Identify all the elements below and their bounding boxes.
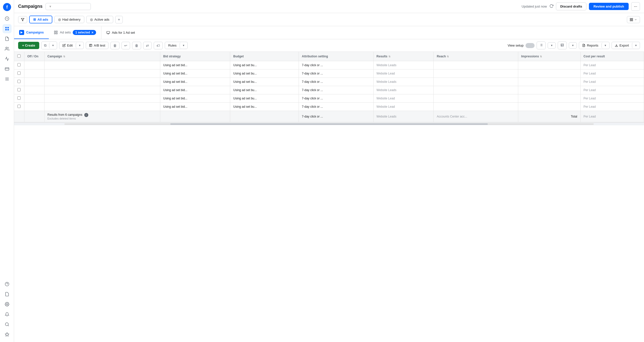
row-checkbox-4[interactable] [17,96,21,100]
row-checkbox-cell[interactable] [14,61,24,69]
tab-active-ads-label: Active ads [94,18,109,21]
sidebar-item-menu[interactable] [3,74,12,84]
sidebar-item-debug[interactable] [3,330,12,339]
view-toggle[interactable] [627,16,640,23]
th-results[interactable]: Results ⇅ [373,52,434,61]
footer-impressions: Total [518,111,580,122]
row-cost-5: Per Lead [580,103,644,111]
footer-attribution: 7-day click or ... [299,111,373,122]
duplicate-button[interactable]: ⧉ [42,42,49,49]
th-impressions[interactable]: Impressions ⇅ [518,52,580,61]
row-off-on-3[interactable] [24,86,44,94]
reports-button[interactable]: Reports [579,42,601,49]
discard-drafts-button[interactable]: Discard drafts [556,3,586,10]
select-all-header[interactable] [14,52,24,61]
view-setup-toggle[interactable] [526,43,535,48]
export-button[interactable]: Export [612,42,632,49]
table-layout-button[interactable] [558,42,567,49]
row-checkbox-2[interactable] [17,80,21,83]
table-layout-caret[interactable]: ▼ [569,42,577,49]
svg-point-7 [6,47,7,49]
columns-view-button[interactable] [537,42,546,49]
row-campaign-1[interactable] [44,69,160,78]
row-campaign-3[interactable] [44,86,160,94]
row-checkbox-5[interactable] [17,105,21,108]
clear-selection-button[interactable]: × [91,30,93,34]
campaign-dropdown[interactable]: ▼ [46,3,91,10]
row-off-on-5[interactable] [24,103,44,111]
row-campaign-2[interactable] [44,78,160,86]
footer-reach-label: Accounts Center acc... [437,115,467,118]
tag-button[interactable]: 🏷 [154,42,163,49]
row-results-5: Website Lead [373,103,434,111]
sidebar-item-content[interactable] [3,290,12,299]
sidebar-item-pages[interactable] [3,34,12,43]
sub-nav-campaigns[interactable]: Campaigns [14,26,49,39]
th-cost-per-result[interactable]: Cost per result [580,52,644,61]
sidebar-item-analytics[interactable] [3,54,12,63]
edit-button[interactable]: Edit [59,42,76,49]
all-ads-icon: ⊞ [33,18,36,21]
footer-cost: Per Lead [580,111,644,122]
create-button[interactable]: + Create [18,42,39,49]
export-caret[interactable]: ▼ [632,43,640,48]
horizontal-scrollbar[interactable] [14,122,644,125]
refresh-button[interactable] [549,4,553,9]
duplicate-caret[interactable]: ▼ [49,43,57,48]
sidebar-item-billing[interactable] [3,64,12,73]
th-attribution[interactable]: Attribution setting [299,52,373,61]
row-reach-5 [434,103,518,111]
sub-nav-ad-sets[interactable]: Ad sets 1 selected × [49,26,101,39]
info-icon[interactable]: i [84,113,88,117]
sidebar-item-home[interactable] [3,14,12,23]
row-checkbox-1[interactable] [17,71,21,75]
sidebar-item-settings[interactable] [3,300,12,309]
copy-button[interactable]: ⇄ [143,42,152,49]
more-options-button[interactable]: ··· [631,2,640,11]
row-checkbox-cell[interactable] [14,94,24,103]
ab-test-button[interactable]: A/B test [86,42,109,49]
sidebar-item-audience[interactable] [3,44,12,53]
th-bid-strategy[interactable]: Bid strategy [160,52,230,61]
delete-button[interactable]: 🗑 [110,42,119,49]
row-checkbox-0[interactable] [17,63,21,66]
add-tab-button[interactable]: + [115,16,123,23]
row-campaign-5[interactable] [44,103,160,111]
table-row: Using ad set bid... Using ad set bu... 7… [14,61,644,69]
th-reach[interactable]: Reach ⇅ [434,52,518,61]
row-checkbox-cell[interactable] [14,69,24,78]
th-cost-label: Cost per result [584,55,605,58]
row-campaign-0[interactable] [44,61,160,69]
row-checkbox-cell[interactable] [14,103,24,111]
reports-caret[interactable]: ▼ [601,43,609,48]
select-all-checkbox[interactable] [17,54,21,58]
rules-button[interactable]: Rules [165,42,179,49]
tab-had-delivery[interactable]: ◎ Had delivery [54,16,84,23]
sidebar-item-campaigns[interactable] [3,24,12,33]
filter-button[interactable] [18,16,27,23]
columns-caret[interactable]: ▼ [548,42,556,49]
row-off-on-0[interactable] [24,61,44,69]
row-campaign-4[interactable] [44,94,160,103]
ads-for-ad-set[interactable]: Ads for 1 Ad set [101,26,140,39]
sidebar-item-notifications[interactable] [3,310,12,319]
row-checkbox-3[interactable] [17,88,21,91]
redo-button[interactable]: 🗑 [132,42,141,49]
edit-caret[interactable]: ▼ [76,43,84,48]
tab-active-ads[interactable]: ◎ Active ads [86,16,113,23]
th-campaign[interactable]: Campaign ⇅ [44,52,160,61]
row-bid-0: Using ad set bid... [160,61,230,69]
row-checkbox-cell[interactable] [14,86,24,94]
rules-caret[interactable]: ▼ [180,43,187,48]
row-off-on-4[interactable] [24,94,44,103]
review-publish-button[interactable]: Review and publish [589,3,628,10]
sidebar-item-help[interactable] [3,280,12,289]
row-off-on-2[interactable] [24,78,44,86]
th-budget[interactable]: Budget [230,52,299,61]
tab-all-ads[interactable]: ⊞ All ads [29,16,52,23]
undo-button[interactable]: ↩ [122,42,130,49]
row-checkbox-cell[interactable] [14,78,24,86]
row-off-on-1[interactable] [24,69,44,78]
sidebar-item-search[interactable] [3,320,12,329]
footer-results: Website Leads [373,111,434,122]
